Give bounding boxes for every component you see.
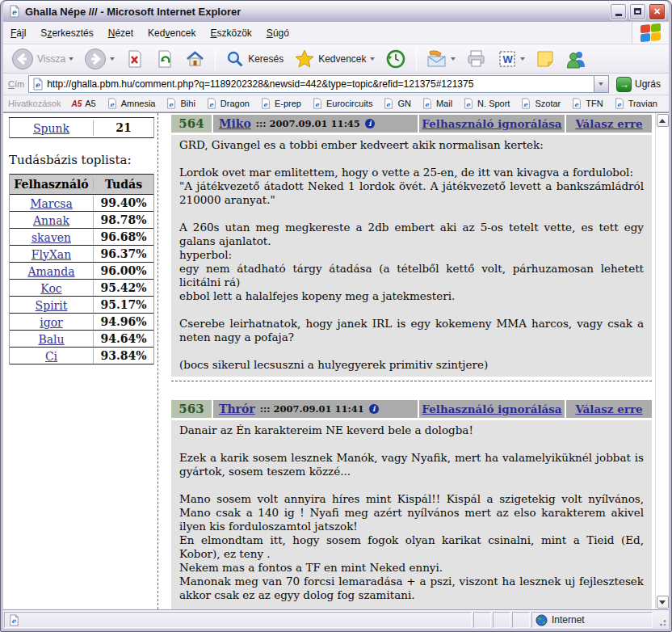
menu-item-sugo[interactable]: Súgó — [259, 22, 296, 44]
links-bar-item[interactable]: eEurocircuits — [312, 98, 372, 109]
back-dropdown-icon — [69, 57, 74, 61]
globe-icon — [536, 614, 548, 626]
minimize-button[interactable] — [610, 3, 627, 20]
post-header: 563 Thrór ::: 2007.09.01 11:41 i Felhasz… — [171, 400, 652, 418]
user-link[interactable]: FlyXan — [32, 248, 71, 261]
post-number: 563 — [171, 400, 212, 418]
back-button[interactable]: Vissza — [8, 46, 77, 72]
vertical-scrollbar[interactable] — [655, 113, 669, 609]
search-icon — [225, 49, 245, 69]
forward-button[interactable] — [81, 46, 118, 72]
info-icon[interactable]: i — [365, 119, 375, 129]
links-bar-item[interactable]: eN. Sport — [463, 98, 510, 109]
edit-dropdown-icon — [520, 57, 525, 61]
post-line: En elmondtam itt, hogy sosem fogok olyan… — [179, 533, 644, 561]
resize-grip[interactable] — [654, 612, 668, 628]
messenger-button[interactable] — [562, 46, 591, 72]
status-bar: e Internet — [3, 609, 669, 629]
menu-item-nezet[interactable]: Nézet — [101, 22, 141, 44]
scroll-up-button[interactable] — [657, 114, 669, 127]
refresh-button[interactable] — [152, 46, 178, 72]
standard-toolbar: Vissza — [3, 44, 669, 74]
user-link[interactable]: igor — [40, 316, 63, 329]
links-bar-item[interactable]: eBihi — [166, 98, 195, 109]
reply-link[interactable]: Válasz erre — [575, 117, 642, 130]
post-line: Lordok ovet mar emlitettem, hogy o vette… — [179, 166, 644, 179]
toplist-row: Ci93.84% — [10, 348, 153, 364]
score-value: 94.64% — [94, 332, 153, 345]
user-link[interactable]: Spunk — [33, 122, 69, 135]
user-link[interactable]: Balu — [38, 333, 64, 346]
post: 563 Thrór ::: 2007.09.01 11:41 i Felhasz… — [171, 400, 652, 609]
url-dropdown-button[interactable] — [594, 76, 608, 92]
post-line: egy nem átadható tárgy átadása (a tételb… — [179, 262, 644, 289]
links-bar-item[interactable]: eSzotar — [520, 98, 561, 109]
favorites-dropdown-icon — [370, 57, 375, 61]
user-link[interactable]: skaven — [32, 231, 71, 244]
user-link[interactable]: Amanda — [27, 265, 74, 278]
score-value: 99.40% — [94, 196, 153, 209]
post-line — [179, 152, 644, 166]
search-button[interactable]: Keresés — [222, 46, 287, 72]
toplist-row: Spirit95.17% — [10, 297, 153, 314]
reply-link[interactable]: Válasz erre — [575, 402, 642, 415]
ie-page-icon: e — [520, 98, 531, 109]
links-bar-item[interactable]: eDragon — [206, 98, 250, 109]
ie-page-icon: e — [422, 98, 433, 109]
maximize-button[interactable] — [629, 3, 646, 20]
print-button[interactable] — [463, 46, 490, 72]
links-bar-item[interactable]: eTFN — [571, 98, 603, 109]
user-link[interactable]: Spirit — [36, 299, 68, 312]
scroll-down-button[interactable] — [657, 596, 669, 609]
menu-item-fajl[interactable]: Fájl — [3, 22, 33, 44]
ie-page-icon: e — [260, 98, 271, 109]
title-bar[interactable]: e Ghalla Népe /// - Microsoft Internet E… — [3, 1, 669, 22]
history-button[interactable] — [382, 46, 410, 72]
ie-page-icon: e — [571, 98, 582, 109]
favorites-label: Kedvencek — [318, 53, 366, 65]
links-bar-item[interactable]: eMail — [422, 98, 452, 109]
links-bar-item[interactable]: eTravian — [614, 98, 657, 109]
forward-arrow-icon — [84, 48, 107, 70]
status-pane — [473, 612, 491, 628]
status-main-pane: e — [4, 612, 472, 628]
info-icon[interactable]: i — [369, 404, 379, 414]
user-link[interactable]: Annak — [33, 214, 69, 227]
score-value: 96.00% — [94, 264, 153, 277]
stop-button[interactable] — [122, 46, 148, 72]
menu-item-eszkozok[interactable]: Eszközök — [203, 22, 258, 44]
user-link[interactable]: Ci — [45, 350, 57, 363]
go-button[interactable]: → Ugrás — [613, 77, 664, 92]
post-author-cell: Thrór ::: 2007.09.01 11:41 i — [213, 400, 418, 418]
ignore-user-link[interactable]: Felhasználó ignorálása — [422, 402, 561, 415]
discuss-button[interactable] — [532, 46, 558, 72]
close-button[interactable]: ✕ — [649, 3, 666, 20]
user-link[interactable]: Marcsa — [30, 197, 73, 210]
user-link[interactable]: Koc — [40, 282, 61, 295]
links-bar-item[interactable]: eE-prep — [260, 98, 301, 109]
address-bar: Cím e → Ugrás — [3, 74, 669, 95]
sidebar: Spunk 21 Tudásbázis toplista: Felhasznál… — [3, 113, 158, 609]
edit-button[interactable]: W — [494, 46, 528, 72]
favorites-button[interactable]: Kedvencek — [291, 46, 377, 72]
column-header-user: Felhasználó — [10, 178, 94, 191]
score-value: 96.68% — [94, 230, 153, 243]
toolbar-separator — [215, 48, 216, 70]
links-bar-item[interactable]: eAmnesia — [107, 98, 156, 109]
author-link[interactable]: Miko — [219, 117, 251, 130]
post-line: A 260s utan meg megkereste a 2db embert … — [179, 221, 644, 248]
url-input[interactable] — [47, 77, 594, 91]
toplist-row: Koc95.42% — [10, 280, 153, 297]
chevron-down-icon — [598, 82, 603, 86]
links-bar-item[interactable]: eGN — [383, 98, 411, 109]
post-line — [179, 344, 644, 358]
author-link[interactable]: Thrór — [219, 402, 255, 415]
home-button[interactable] — [182, 46, 208, 72]
menu-item-kedvencek[interactable]: Kedvencek — [141, 22, 203, 44]
links-bar-item-a5[interactable]: A5A5 — [71, 99, 95, 108]
minimize-icon — [615, 14, 622, 16]
menu-item-szerkesztes[interactable]: Szerkesztés — [33, 22, 100, 44]
ignore-user-link[interactable]: Felhasználó ignorálása — [422, 117, 561, 130]
mail-button[interactable] — [423, 46, 459, 72]
toplist-row: FlyXan96.37% — [10, 246, 153, 263]
